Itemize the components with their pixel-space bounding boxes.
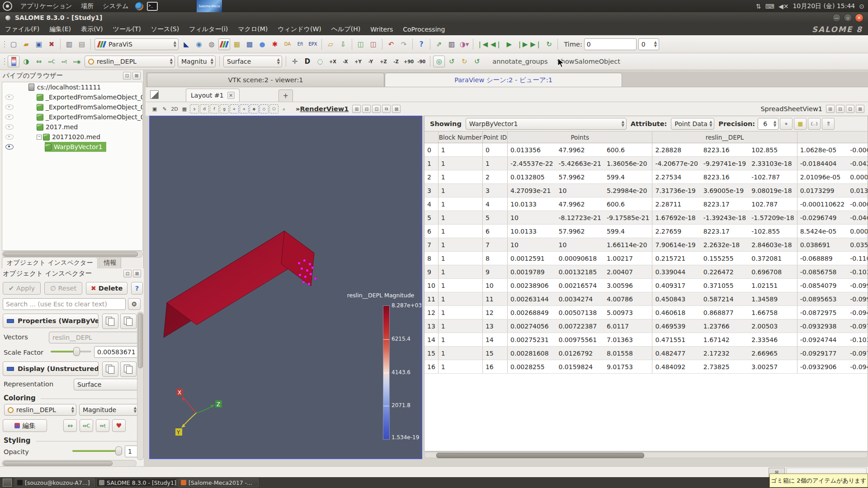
menu-item-w[interactable]: ウィンドウ(W) (273, 23, 326, 35)
copy-properties-button[interactable] (102, 314, 118, 329)
volume-muted-icon[interactable]: ◀✕ (778, 3, 789, 10)
color-array-combo[interactable]: reslin__DEPL▲▼ (85, 56, 175, 67)
expander-icon[interactable]: − (37, 135, 42, 140)
scale-factor-input[interactable]: 0.00583671▲▼ (94, 346, 141, 358)
vectors-combo[interactable]: reslin__DEPL▲▼ (49, 332, 142, 343)
visibility-eye-icon[interactable] (2, 144, 16, 150)
menu-item-f[interactable]: ファイル(F) (0, 23, 44, 35)
eficas-module-icon[interactable]: Efi (294, 38, 306, 50)
table-row[interactable]: 41410.013347.9962600.62.287118223.17102.… (425, 197, 868, 211)
float-panel-button[interactable]: ⊡ (123, 72, 131, 80)
representation-combo[interactable]: Surface▲▼ (223, 56, 282, 67)
search-input[interactable]: Search ... (use Esc to clear text) (3, 298, 126, 310)
search-options-gear-icon[interactable]: ⚙ (128, 298, 141, 310)
edit-colormap-icon[interactable]: ◑ (20, 56, 32, 67)
preview-decorations-button[interactable] (150, 90, 159, 99)
split-horizontal-button[interactable]: ⊞ (352, 105, 361, 113)
globe-module-icon[interactable]: ● (256, 38, 268, 50)
table-row[interactable]: 0100.01335647.9962600.62.288288223.16102… (425, 143, 868, 157)
rotate-reset-3-icon[interactable]: ↺ (471, 56, 483, 67)
open-file-icon[interactable]: ▰ (20, 38, 32, 50)
menu-item-i[interactable]: フィルター(i) (184, 23, 233, 35)
redo-icon[interactable]: ↷ (398, 38, 410, 50)
view-minus-z-icon[interactable]: -Z (390, 56, 402, 67)
rescale-visible-icon[interactable]: ⇔◉ (71, 56, 83, 67)
minimize-button[interactable]: — (832, 14, 841, 22)
reset-camera-icon[interactable]: ✛ (289, 56, 301, 67)
interactive-select-cells-icon[interactable]: + (230, 104, 239, 113)
geom-module-icon[interactable]: ◣ (180, 38, 192, 50)
rescale-custom-button[interactable]: ⇔C (80, 419, 93, 432)
edit-view-icon[interactable]: ✎ (160, 104, 169, 113)
toolbar-handle[interactable] (3, 39, 6, 49)
tree-row[interactable]: 2017.med (2, 122, 142, 132)
table-row[interactable]: 121120.002688490.005071385.009730.460618… (425, 306, 868, 319)
load-state-icon[interactable]: ▱ (325, 38, 336, 50)
paravis-module-icon[interactable] (218, 38, 230, 50)
tab-vtk-viewer[interactable]: VTK scene:2 - viewer:1 (147, 73, 384, 87)
properties-section-header[interactable]: Properties (WarpByVec (3, 314, 99, 328)
pipeline-item-exportedfromsalomeobject0[interactable]: _ExportedFromSalomeObject_0 (37, 102, 142, 112)
pipeline-item-exportedfromsalomeobject0[interactable]: _ExportedFromSalomeObject_0 (37, 112, 142, 122)
copy-icon[interactable]: ▥ (63, 38, 75, 50)
view-minus-y-icon[interactable]: -Y (365, 56, 377, 67)
scale-factor-slider[interactable] (51, 347, 91, 355)
component-combo[interactable]: Magnitu▲▼ (178, 56, 216, 67)
rotate-90-cw-icon[interactable]: +90 (403, 56, 415, 67)
menu-item-h[interactable]: ヘルプ(H) (326, 23, 365, 35)
tree-row[interactable]: _ExportedFromSalomeObject_0 (2, 102, 142, 112)
table-row[interactable]: 101100.002389060.002165743.005960.409317… (425, 279, 868, 292)
showing-combo[interactable]: WarpByVector1▲▼ (466, 118, 627, 130)
float-panel-button[interactable]: ⊡ (123, 270, 132, 277)
firefox-launcher-icon[interactable] (135, 2, 143, 10)
menu-item-m[interactable]: マクロ(M) (233, 23, 273, 35)
first-frame-icon[interactable]: ❘◀ (476, 38, 489, 50)
calculator-module-icon[interactable]: ▦ (231, 38, 243, 50)
table-row[interactable]: 111110.002631440.00342744.007860.4508430… (425, 292, 868, 306)
edit-colormap-button[interactable]: 編集 (3, 419, 47, 432)
paste-icon[interactable]: ▤ (76, 38, 88, 50)
menu-item-t[interactable]: ツール(T) (108, 23, 146, 35)
paste-display-button[interactable] (120, 361, 137, 377)
mesh-module-icon[interactable]: ◉ (193, 38, 205, 50)
select-block-icon[interactable]: ⌖ (780, 118, 793, 130)
power-icon[interactable]: ⊙ (859, 3, 864, 10)
reset-session-icon[interactable]: ⇗ (433, 38, 445, 50)
visibility-eye-icon[interactable] (2, 114, 16, 120)
maximize-view-button[interactable]: ⊡ (846, 105, 854, 113)
play-icon[interactable]: ▶ (503, 38, 515, 50)
delete-button[interactable]: ✖Delete (86, 282, 127, 295)
table-row[interactable]: 9190.00197890.001321852.004070.3390440.2… (425, 265, 868, 279)
split-vertical-button[interactable]: ⊟ (836, 105, 844, 113)
tab-paraview-viewer[interactable]: ParaView シーン:2 - ビューア:1 (385, 73, 622, 87)
new-document-icon[interactable]: ▢ (8, 38, 19, 50)
help-button[interactable]: ? (131, 282, 143, 295)
select-polygon-icon[interactable]: ⬠ (269, 104, 278, 113)
column-header-points[interactable]: Points (508, 131, 652, 143)
panel-menu-places[interactable]: 場所 (76, 0, 98, 12)
time-input[interactable]: 0 (584, 38, 637, 50)
eye-icon[interactable] (5, 94, 14, 100)
jobmanager-module-icon[interactable]: ◍ (206, 38, 217, 50)
taskbar-button[interactable]: [Salome-Meca2017 -... (178, 478, 259, 487)
precision-spinbox[interactable]: 6▲▼ (758, 118, 778, 130)
menu-item-coprocessing[interactable]: CoProcessing (398, 23, 450, 35)
toggle-field-data-icon[interactable]: {..} (808, 118, 821, 130)
keyboard-layout-icon[interactable]: ⌨ (765, 3, 774, 10)
close-view-button[interactable]: ⊠ (856, 105, 864, 113)
close-layout-icon[interactable]: ✕ (227, 92, 235, 99)
rescale-temporal-button[interactable]: ⇔t (96, 419, 109, 432)
panel-menu-system[interactable]: システム (98, 0, 133, 12)
epx-module-icon[interactable]: EPX (307, 38, 319, 50)
menu-item-v[interactable]: 表示(V) (76, 23, 108, 35)
table-row[interactable]: 51510-8.12723e-21-9.17585e-211.67692e-18… (425, 211, 868, 225)
pipeline-item-2017med[interactable]: 2017.med (37, 122, 78, 132)
select-cells-through-icon[interactable]: f (210, 104, 219, 113)
table-row[interactable]: 71710101.66114e-207.90614e-192.2632e-182… (425, 238, 868, 252)
visibility-eye-icon[interactable] (2, 134, 16, 140)
column-header-index[interactable] (425, 131, 438, 143)
select-points-through-icon[interactable]: g (220, 104, 229, 113)
distributor-logo-icon[interactable] (3, 1, 12, 11)
help-icon[interactable]: ? (415, 38, 427, 50)
menu-item-writers[interactable]: Writers (365, 23, 398, 35)
